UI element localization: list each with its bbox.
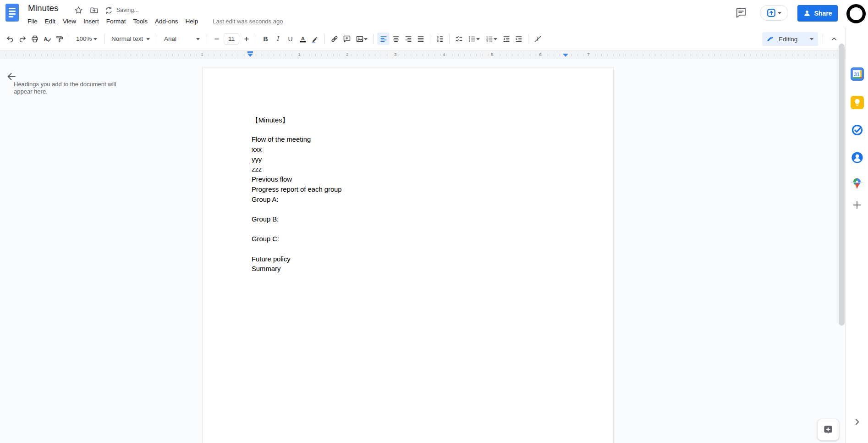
share-button[interactable]: Share [797,5,838,22]
mode-select-editing[interactable]: Editing [762,32,818,46]
bold-button[interactable]: B [259,33,272,45]
ruler[interactable]: 1 1 2 3 4 5 6 7 [0,51,846,59]
bulleted-list-icon[interactable] [465,33,483,45]
toolbar-divider [69,34,69,44]
document-line[interactable]: Progress report of each group [252,186,568,196]
toolbar-divider [374,34,374,44]
justify-button[interactable] [414,33,427,45]
document-line[interactable]: 【Minutes】 [252,116,568,126]
open-comments-icon[interactable] [735,7,748,20]
first-line-indent-marker[interactable] [247,51,253,53]
google-contacts-icon[interactable] [849,150,865,165]
document-line[interactable]: yyy [252,156,568,166]
font-select[interactable]: Arial [160,33,203,45]
toolbar-divider [430,34,430,44]
document-line[interactable]: Summary [252,265,568,275]
font-size-input[interactable]: 11 [224,33,239,44]
google-docs-logo-icon[interactable] [5,4,19,22]
line-spacing-icon[interactable] [434,33,446,45]
highlight-color-button[interactable] [309,33,321,45]
document-line[interactable]: Group A: [252,196,568,206]
paint-format-icon[interactable] [53,33,66,45]
chevron-down-icon [810,38,813,42]
increase-indent-icon[interactable] [512,33,525,45]
align-center-button[interactable] [390,33,402,45]
vertical-scrollbar[interactable] [839,44,845,326]
google-tasks-icon[interactable] [849,122,865,138]
present-caret-icon [778,12,781,16]
pencil-icon [767,35,774,43]
share-label: Share [814,10,832,17]
zoom-select[interactable]: 100% [72,33,101,45]
checklist-icon[interactable] [453,33,465,45]
move-folder-icon[interactable] [89,5,99,15]
svg-text:A: A [44,36,47,41]
explore-button[interactable] [817,419,839,441]
align-left-button[interactable] [377,33,390,45]
side-panel: 31 [846,28,868,443]
document-line[interactable]: Group C: [252,235,568,245]
align-right-button[interactable] [402,33,414,45]
document-line[interactable] [252,245,568,255]
print-icon[interactable] [28,33,41,45]
last-edit-link[interactable]: Last edit was seconds ago [213,18,283,25]
redo-icon[interactable] [16,33,28,45]
titlebar: Minutes Saving... File Edit View Insert … [0,0,868,28]
avatar[interactable] [846,4,866,23]
text-color-button[interactable]: A [297,33,309,45]
numbered-list-icon[interactable]: 1 2 3 [483,33,500,45]
menu-addons[interactable]: Add-ons [151,17,181,26]
menu-help[interactable]: Help [181,17,202,26]
share-person-icon [803,10,811,17]
document-line[interactable] [252,126,568,136]
right-indent-marker[interactable] [563,54,568,60]
document-line[interactable]: xxx [252,146,568,156]
undo-icon[interactable] [4,33,16,45]
menu-format[interactable]: Format [103,17,130,26]
document-page[interactable]: 【Minutes】 Flow of the meeting xxx yyy zz… [202,67,614,443]
menu-file[interactable]: File [24,17,41,26]
document-line[interactable]: Group B: [252,216,568,226]
menu-tools[interactable]: Tools [130,17,152,26]
document-line[interactable]: Future policy [252,255,568,266]
add-comment-icon[interactable] [341,33,353,45]
toolbar-divider [104,34,104,44]
document-line[interactable]: Flow of the meeting [252,136,568,146]
document-line[interactable]: zzz [252,166,568,176]
document-line[interactable]: Previous flow [252,176,568,186]
italic-button[interactable]: I [272,33,284,45]
ruler-number: 7 [586,52,591,57]
document-line[interactable] [252,205,568,216]
decrease-font-size-icon[interactable] [210,33,223,45]
decrease-indent-icon[interactable] [500,33,512,45]
get-add-ons-icon[interactable] [849,197,865,213]
menu-view[interactable]: View [59,17,80,26]
google-keep-icon[interactable] [849,94,865,110]
svg-text:31: 31 [854,71,859,77]
underline-button[interactable]: U [284,33,297,45]
collapse-toolbar-icon[interactable] [828,33,841,45]
ruler-number: 1 [297,52,302,57]
star-icon[interactable] [73,5,83,15]
insert-link-icon[interactable] [328,33,341,45]
chevron-down-icon [364,38,368,42]
left-indent-marker[interactable] [247,54,253,60]
paragraph-style-select[interactable]: Normal text [108,33,154,45]
menu-edit[interactable]: Edit [41,17,59,26]
menu-insert[interactable]: Insert [80,17,103,26]
document-title[interactable]: Minutes [28,3,59,13]
chevron-down-icon [146,38,150,42]
show-side-panel-icon[interactable] [849,414,865,430]
sync-saving-icon [104,5,114,15]
toolbar-divider [157,34,157,44]
insert-image-icon[interactable] [353,33,370,45]
clear-formatting-icon[interactable]: T [532,33,544,45]
document-line[interactable] [252,226,568,236]
google-calendar-icon[interactable]: 31 [849,66,865,82]
toolbar-divider [449,34,450,44]
google-maps-icon[interactable] [849,176,865,191]
increase-font-size-icon[interactable] [240,33,253,45]
menubar: File Edit View Insert Format Tools Add-o… [24,16,283,27]
present-button[interactable] [760,5,788,21]
spelling-check-icon[interactable]: A [41,33,53,45]
